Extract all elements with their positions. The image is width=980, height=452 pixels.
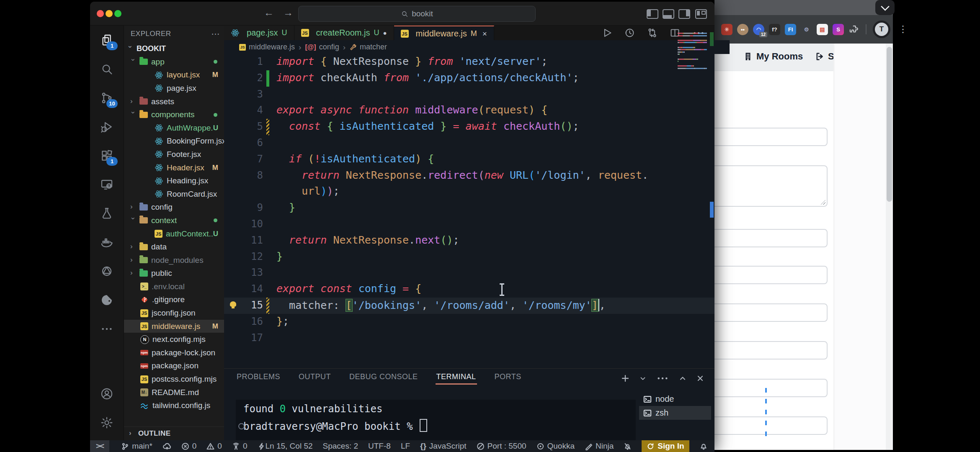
status-bell-icon[interactable]: [699, 442, 708, 450]
panel-tab-PROBLEMS[interactable]: PROBLEMS: [237, 372, 280, 381]
status-Ninja[interactable]: Ninja: [585, 442, 614, 451]
extension-icon-1[interactable]: ••: [737, 24, 748, 35]
tree-folder-node_modules[interactable]: ›node_modules: [124, 254, 224, 267]
status-Quokka[interactable]: Quokka: [536, 442, 575, 451]
tree-file-package-lock.json[interactable]: npmpackage-lock.json: [124, 346, 224, 360]
status-0[interactable]: 0: [181, 442, 197, 451]
profile-avatar[interactable]: T: [873, 21, 890, 38]
maximize-window-button[interactable]: [114, 10, 121, 17]
code-line-10[interactable]: 10: [224, 216, 714, 233]
code-line-8[interactable]: 8 return NextResponse.redirect(new URL('…: [224, 168, 714, 184]
code-line-1[interactable]: 1import { NextResponse } from 'next/serv…: [224, 54, 714, 70]
code-line-17[interactable]: 17: [224, 330, 714, 347]
lightbulb-icon[interactable]: [230, 301, 236, 307]
tree-file-AuthWrappe...[interactable]: AuthWrappe...U: [124, 121, 224, 135]
browser-scrollbar-thumb[interactable]: [887, 47, 892, 202]
nav-back-button[interactable]: ←: [264, 7, 274, 18]
tree-file-middleware.js[interactable]: JSmiddleware.jsM: [124, 320, 224, 333]
form-input[interactable]: [705, 341, 828, 360]
extension-icon-4[interactable]: FI: [785, 24, 796, 35]
tree-file-tailwind.config.js[interactable]: tailwind.config.js: [124, 399, 224, 412]
status-UTF-8[interactable]: UTF-8: [368, 442, 391, 451]
tree-file-Heading.jsx[interactable]: Heading.jsx: [124, 174, 224, 187]
status-Spaces: 2[interactable]: Spaces: 2: [323, 442, 358, 451]
tree-file-next.config.mjs[interactable]: Nnext.config.mjs: [124, 333, 224, 346]
tree-folder-app[interactable]: ›app: [124, 55, 224, 69]
close-icon[interactable]: ×: [482, 29, 487, 39]
status-0[interactable]: 0: [206, 442, 222, 451]
terminal-session-zsh[interactable]: zsh: [639, 406, 711, 420]
docker-activity-item[interactable]: [90, 228, 124, 257]
breadcrumb-matcher[interactable]: matcher: [349, 43, 387, 51]
panel-tab-TERMINAL[interactable]: TERMINAL: [436, 372, 476, 381]
tab-middleware.js[interactable]: JSmiddleware.jsM×: [394, 26, 494, 41]
code-editor[interactable]: 1import { NextResponse } from 'next/serv…: [224, 54, 714, 369]
extensions-activity-item[interactable]: 1: [90, 141, 124, 170]
tree-folder-public[interactable]: ›public: [124, 267, 224, 280]
openai-activity-item[interactable]: [90, 257, 124, 285]
breadcrumbs[interactable]: JSmiddleware.js›[@]config›matcher: [224, 40, 730, 54]
minimize-window-button[interactable]: [106, 10, 113, 17]
code-line-16[interactable]: 16};: [224, 314, 714, 330]
tree-folder-data[interactable]: ›data: [124, 240, 224, 254]
tree-folder-assets[interactable]: ›assets: [124, 95, 224, 108]
tree-folder-components[interactable]: ›components: [124, 108, 224, 121]
panel-tab-PORTS[interactable]: PORTS: [495, 372, 521, 381]
tree-folder-config[interactable]: ›config: [124, 201, 224, 214]
tree-file-layout.jsx[interactable]: layout.jsxM: [124, 69, 224, 82]
code-line-6[interactable]: 6: [224, 135, 714, 152]
code-line-13[interactable]: 13: [224, 265, 714, 281]
status-Sign In[interactable]: Sign In: [642, 440, 689, 452]
chevron-down-button[interactable]: [875, 0, 895, 15]
toggle-secondary-sidebar-icon[interactable]: [678, 9, 690, 19]
tree-folder-context[interactable]: ›context: [124, 214, 224, 227]
new-terminal-icon[interactable]: [621, 374, 630, 383]
extension-icon-2[interactable]: ◠12: [753, 24, 764, 35]
outline-section[interactable]: › OUTLINE: [124, 426, 224, 440]
code-line-11[interactable]: 11 return NextResponse.next();: [224, 233, 714, 249]
quokka-activity-item[interactable]: [90, 285, 124, 314]
extension-icon-6[interactable]: ▤: [817, 24, 828, 35]
command-center-search[interactable]: bookit: [298, 6, 536, 22]
form-input[interactable]: [705, 303, 828, 322]
tree-file-Footer.jsx[interactable]: Footer.jsx: [124, 148, 224, 161]
chevron-up-icon[interactable]: [678, 374, 687, 383]
tree-file-RoomCard.jsx[interactable]: RoomCard.jsx: [124, 187, 224, 201]
code-line-5[interactable]: 5 const { isAuthenticated } = await chec…: [224, 119, 714, 135]
nav-link-my-rooms[interactable]: My Rooms: [743, 51, 803, 62]
tree-file-page.jsx[interactable]: page.jsx: [124, 82, 224, 95]
code-line-14[interactable]: 14export const config = {: [224, 281, 714, 298]
toggle-sidebar-icon[interactable]: [647, 9, 658, 19]
compare-icon[interactable]: [647, 27, 658, 39]
testing-activity-item[interactable]: [90, 199, 124, 228]
status-main*[interactable]: main*: [121, 442, 152, 451]
browser-menu-icon[interactable]: ⋮: [898, 24, 908, 35]
terminal-session-node[interactable]: node: [639, 392, 711, 406]
tab-createRoom.js[interactable]: JScreateRoom.jsU●: [294, 26, 394, 40]
customize-layout-icon[interactable]: [695, 9, 707, 19]
code-line-3[interactable]: 3: [224, 87, 714, 103]
run-debug-activity-item[interactable]: [90, 112, 124, 141]
settings-activity-item[interactable]: [90, 408, 124, 437]
panel-tab-DEBUG CONSOLE[interactable]: DEBUG CONSOLE: [349, 372, 418, 381]
more-activity-item[interactable]: [90, 314, 124, 343]
extension-icon-7[interactable]: S: [833, 24, 844, 35]
account-activity-item[interactable]: [90, 379, 124, 408]
tree-root[interactable]: › BOOKIT: [124, 42, 224, 55]
tree-file-jsconfig.json[interactable]: JSjsconfig.json: [124, 306, 224, 320]
status-Ln 15, Col 52[interactable]: Ln 15, Col 52: [266, 442, 313, 451]
code-line-wrap[interactable]: url));: [224, 184, 714, 200]
tab-page.jsx[interactable]: page.jsxU: [224, 26, 294, 40]
tree-file-README.md[interactable]: M↓README.md: [124, 386, 224, 399]
close-icon[interactable]: [696, 374, 704, 383]
status-JavaScript[interactable]: {}JavaScript: [420, 442, 467, 451]
code-line-7[interactable]: 7 if (!isAuthenticated) {: [224, 152, 714, 168]
browser-scrollbar[interactable]: [886, 44, 893, 450]
status-LF[interactable]: LF: [401, 442, 410, 451]
source-control-activity-item[interactable]: 10: [90, 83, 124, 112]
history-icon[interactable]: [624, 27, 635, 39]
toggle-panel-icon[interactable]: [663, 9, 674, 19]
tree-file-BookingForm.jsx[interactable]: BookingForm.jsx: [124, 135, 224, 148]
close-window-button[interactable]: [97, 10, 104, 17]
tree-file-.env.local[interactable]: >_.env.local: [124, 280, 224, 293]
